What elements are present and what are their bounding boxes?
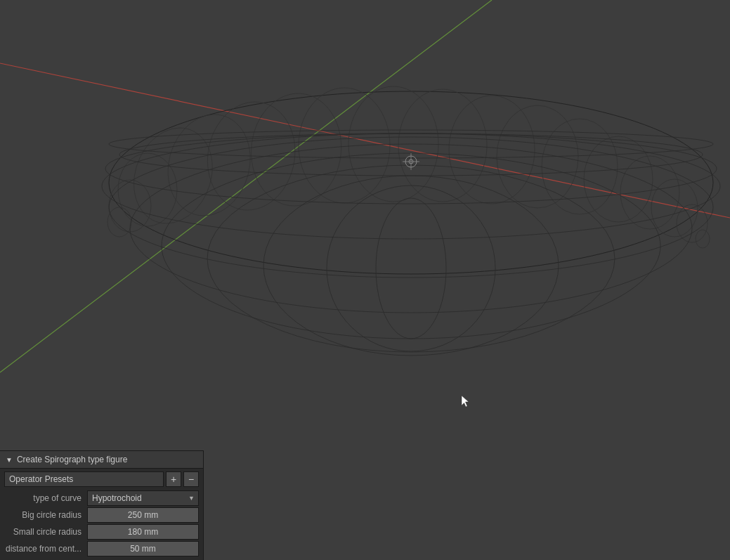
svg-point-31 <box>376 198 446 339</box>
big-circle-radius-label: Big circle radius <box>4 510 87 520</box>
svg-point-10 <box>449 96 535 204</box>
svg-point-4 <box>163 115 255 216</box>
operator-presets-row: Operator Presets + − <box>0 469 203 490</box>
type-of-curve-arrow-icon: ▼ <box>188 495 195 502</box>
add-preset-button[interactable]: + <box>166 471 181 487</box>
operator-panel: ▼ Create Spirograph type figure Operator… <box>0 450 204 560</box>
svg-point-6 <box>249 93 344 206</box>
svg-point-24 <box>102 134 720 239</box>
type-of-curve-row: type of curve Hypotrochoid Epitrochoid S… <box>0 490 203 507</box>
svg-point-15 <box>651 179 698 237</box>
svg-point-13 <box>584 136 653 222</box>
big-circle-radius-row: Big circle radius 250 mm <box>0 507 203 523</box>
panel-title: Create Spirograph type figure <box>17 455 127 464</box>
svg-point-27 <box>162 153 660 339</box>
panel-header[interactable]: ▼ Create Spirograph type figure <box>0 451 203 469</box>
panel-collapse-icon: ▼ <box>6 456 13 464</box>
distance-from-center-field[interactable]: 50 mm <box>87 541 199 556</box>
remove-preset-button[interactable]: − <box>183 471 199 487</box>
svg-point-29 <box>263 176 559 356</box>
distance-from-center-label: distance from cent... <box>4 544 87 554</box>
small-circle-radius-label: Small circle radius <box>4 527 87 537</box>
type-of-curve-label: type of curve <box>4 493 87 503</box>
type-of-curve-select[interactable]: Hypotrochoid Epitrochoid Spirograph Liss… <box>92 493 194 503</box>
svg-point-7 <box>299 88 390 203</box>
small-circle-radius-row: Small circle radius 180 mm <box>0 523 203 540</box>
small-circle-radius-field[interactable]: 180 mm <box>87 524 199 540</box>
spirograph-shape <box>102 86 720 356</box>
svg-point-28 <box>207 165 615 352</box>
svg-point-20 <box>107 207 131 237</box>
big-circle-radius-field[interactable]: 250 mm <box>87 507 199 523</box>
operator-presets-dropdown[interactable]: Operator Presets <box>4 471 164 487</box>
svg-line-0 <box>0 0 492 372</box>
svg-point-30 <box>327 185 495 351</box>
svg-point-2 <box>109 91 713 274</box>
svg-point-9 <box>398 89 487 202</box>
svg-point-17 <box>696 230 710 248</box>
svg-point-19 <box>109 180 151 232</box>
distance-from-center-row: distance from cent... 50 mm <box>0 540 203 557</box>
type-of-curve-value[interactable]: Hypotrochoid Epitrochoid Spirograph Liss… <box>87 490 199 506</box>
